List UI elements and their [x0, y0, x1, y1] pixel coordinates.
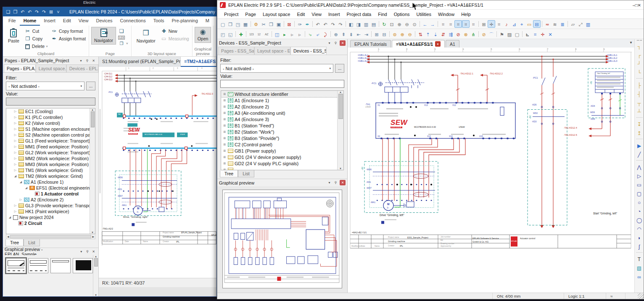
resize-grip[interactable]	[638, 293, 644, 299]
preview-panel-header[interactable]: Graphical preview - EPLAN_Sample... ▾ ⚲ …	[3, 248, 98, 255]
menu-item[interactable]: Utilities	[413, 11, 435, 18]
copy-button[interactable]: ❐Copy	[24, 35, 49, 42]
tree-item[interactable]: ▷ K1 (PLC controller)	[6, 114, 95, 120]
wire-new-icon[interactable]: ⇅	[417, 30, 424, 38]
tree-item[interactable]: ▷ S1 (Machine operation enclosure)	[6, 126, 95, 132]
new-3d-button[interactable]: ✚New	[160, 28, 190, 34]
expander-icon[interactable]: ◢	[8, 216, 12, 219]
toolbar-icon[interactable]	[495, 30, 498, 38]
toolbar-icon[interactable]	[344, 20, 347, 28]
forward-icon[interactable]: →	[429, 20, 436, 28]
redo-icon[interactable]: ↷	[329, 20, 337, 28]
graphical-preview-body[interactable]	[217, 186, 347, 293]
toolbar-icon[interactable]	[477, 20, 480, 28]
close-icon[interactable]: ✕	[340, 40, 346, 46]
tree-item[interactable]: ⊞ C2 (Control panel)	[221, 141, 343, 148]
table-edit-icon[interactable]: ⊞	[373, 30, 380, 38]
expander-icon[interactable]: ◢	[13, 174, 17, 178]
parts-cart-icon[interactable]: ▥	[584, 20, 592, 28]
circle-segment-icon[interactable]: ◔	[635, 208, 643, 216]
toolbar-icon[interactable]	[541, 20, 544, 28]
ribbon-tab[interactable]: Edit	[59, 16, 75, 26]
panel-toggle-icon[interactable]: ⊟	[533, 20, 541, 28]
undo-menu-icon[interactable]: ↶	[26, 9, 33, 15]
shield-icon[interactable]: ⌒	[488, 30, 495, 38]
tree-item[interactable]: ▷ HK1 (Paint workpiece)	[6, 209, 95, 214]
menu-item[interactable]: Find	[375, 11, 390, 18]
copy-page-button[interactable]: ❐˅	[117, 41, 129, 46]
ribbon-tab[interactable]: Connections	[116, 16, 150, 26]
number-pages-icon[interactable]: 123	[248, 30, 255, 38]
image-icon[interactable]: ▧	[635, 264, 643, 272]
layout-navigator-button[interactable]: ❒ Navigator	[134, 27, 158, 45]
pin-icon[interactable]: ⚲	[333, 41, 339, 45]
page-first-icon[interactable]: ⇤	[355, 30, 362, 38]
menu-item[interactable]: Options	[391, 11, 413, 18]
grid-3-icon[interactable]: ⌗	[454, 20, 462, 28]
toolbar-icon[interactable]	[234, 30, 237, 38]
tree-item[interactable]: 2 Circuit	[6, 220, 95, 226]
expander-icon[interactable]: ⊞	[223, 124, 227, 127]
new-page-2-icon[interactable]: ⊕	[332, 30, 340, 38]
ribbon-tab[interactable]: Pre-planning	[168, 16, 201, 26]
copy-format-button[interactable]: ✑Copy format	[50, 28, 87, 34]
bottom-tab[interactable]: List	[24, 239, 40, 246]
pages-list-icon[interactable]: ◱	[227, 30, 234, 38]
toolbar-icon[interactable]	[521, 30, 524, 38]
tree-item[interactable]: ⊞	[221, 166, 343, 170]
close-tab-icon[interactable]: x	[435, 41, 441, 47]
measure-icon[interactable]: ⊾	[524, 30, 531, 38]
tree-item[interactable]: ⊞ B3 (Station "Provide")	[221, 135, 343, 141]
tree-item[interactable]: ◢ A1 (Enclosure 1)	[6, 179, 95, 185]
filter-combo[interactable]: - Not activated -▾	[6, 82, 84, 90]
menu-item[interactable]: Page	[242, 11, 259, 18]
close-x-icon[interactable]: ✕	[546, 30, 554, 38]
graphics-tool-icon[interactable]	[636, 117, 643, 119]
refresh-icon[interactable]: ↻	[380, 20, 388, 28]
tree-item[interactable]: ▷ GL1 (Feed workpiece: Transport)	[6, 138, 95, 144]
new-window-icon[interactable]: ❐	[12, 9, 19, 15]
device-prev-icon[interactable]: ▹	[288, 30, 296, 38]
copy-format-icon[interactable]: ✑	[296, 20, 304, 28]
expander-icon[interactable]: ⊞	[223, 92, 227, 96]
panel-menu-icon[interactable]: ▾	[78, 59, 84, 63]
expander-icon[interactable]: ▷	[13, 133, 17, 137]
pages-tree[interactable]: ▷ EC1 (Cooling) ▷ K1 (PLC controller) ▷	[6, 108, 95, 234]
polyline-icon[interactable]: ⋀	[635, 164, 643, 172]
table-view-icon[interactable]: ⊟	[380, 30, 388, 38]
corner-bl-icon[interactable]: └	[635, 69, 643, 77]
page-last-icon[interactable]: ⇥	[362, 30, 370, 38]
graphics-tool-icon[interactable]	[636, 78, 643, 80]
editor-tab[interactable]: =TM2+A1&EFS1	[181, 57, 216, 67]
expander-icon[interactable]: ⊞	[223, 143, 227, 146]
goto-target-icon[interactable]: ⤸	[322, 30, 329, 38]
page-navigator-button[interactable]: Navigator	[91, 27, 116, 45]
page-up-icon[interactable]: ⇞	[340, 30, 347, 38]
ribbon-tab[interactable]: Ma	[202, 16, 209, 26]
pin-icon[interactable]: ⚲	[333, 181, 339, 185]
ribbon-tab[interactable]: View	[75, 16, 92, 26]
tab-overflow-icon[interactable]: ▼	[629, 41, 633, 45]
thumbnails-scrollbar[interactable]: ▲▼	[93, 255, 98, 296]
tree-item[interactable]: ⊞ GD1 (24 V device power supply)	[221, 154, 343, 160]
zoom-window-icon[interactable]: ⊡	[388, 20, 396, 28]
tree-item[interactable]: ▷ S2 (Machine operation control par	[6, 132, 95, 138]
toolbar-icon[interactable]	[249, 20, 252, 28]
grid-5-icon[interactable]: ⌗	[470, 20, 477, 28]
toolbar-icon[interactable]	[414, 30, 417, 38]
paste-button[interactable]: Paste	[5, 27, 22, 45]
page-preview-icon[interactable]: ◨	[355, 20, 362, 28]
device-navigator-icon[interactable]: ◫	[273, 30, 281, 38]
open-page-icon[interactable]: ❐	[227, 20, 234, 28]
ribbon-tab[interactable]: Tools	[150, 16, 168, 26]
cut-icon[interactable]: ✂	[260, 20, 267, 28]
undo-icon[interactable]: ↶	[19, 9, 26, 15]
new-page-icon[interactable]: ❏	[5, 9, 12, 15]
expander-icon[interactable]: ⊞	[223, 162, 227, 165]
connection-up-icon[interactable]: ↥	[635, 129, 643, 137]
number-pages-button[interactable]: 123	[117, 35, 129, 40]
print-icon[interactable]: ▦	[242, 20, 249, 28]
toolbar-icon[interactable]	[436, 20, 439, 28]
settings-icon[interactable]: ⚙	[252, 20, 260, 28]
bottom-tab[interactable]: List	[238, 170, 254, 177]
